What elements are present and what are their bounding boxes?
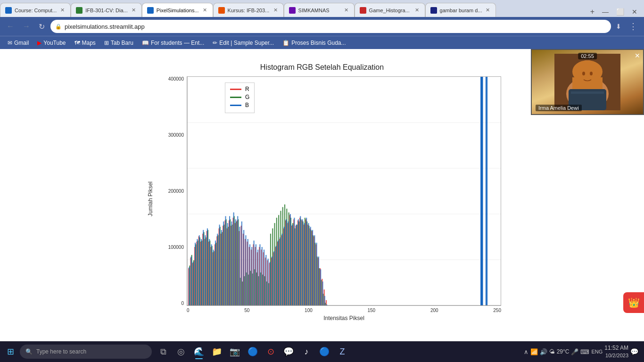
taskbar-app-explorer[interactable]: 📁 [208,343,225,360]
taskbar-right: ∧ 📶 🔊 🌤 29°C 🎤 ⌨ ENG 11:52 AM 10/2/2023 … [524,344,642,359]
bookmark-forstudents[interactable]: 📖 For students — Ent... [138,39,208,47]
tab-close-3[interactable]: ✕ [202,6,208,14]
taskbar-app-camera[interactable]: 📷 [226,343,243,360]
legend-label-g: G [245,94,249,100]
taskbar-app-cortana[interactable]: ◎ [173,343,190,360]
bookmark-gmail[interactable]: ✉ Gmail [4,39,33,47]
notification-icon[interactable]: 💬 [630,348,638,355]
tab-close-4[interactable]: ✕ [272,6,279,14]
webcam-close-button[interactable]: ✕ [635,52,640,59]
reload-button[interactable]: ↻ [36,20,48,33]
svg-rect-146 [195,243,196,305]
cortana-icon: ◎ [177,346,185,357]
svg-rect-165 [233,213,234,305]
minimize-button[interactable]: — [599,7,611,16]
svg-rect-223 [571,91,604,94]
tab-simkamnas[interactable]: SIMKAMNAS ✕ [284,3,355,17]
y-tick-400000: 400000 [156,76,184,82]
svg-rect-154 [211,244,212,305]
network-icon[interactable]: 📶 [530,348,538,355]
svg-rect-206 [316,243,317,305]
address-input[interactable]: 🔒 pixelsimulations.streamlit.app [50,20,611,33]
svg-rect-171 [245,235,246,305]
bookmark-youtube[interactable]: ▶ YouTube [33,39,69,47]
bookmark-maps[interactable]: 🗺 Maps [71,39,99,47]
bookmark-tabnew[interactable]: ⊞ Tab Baru [100,39,137,47]
restore-button[interactable]: ⬜ [613,7,627,16]
taskbar-app-chrome2[interactable]: 🔵 [316,343,333,360]
time-value: 11:52 AM [604,344,628,352]
svg-rect-203 [310,227,311,305]
svg-rect-175 [254,240,255,305]
svg-rect-180 [264,250,264,305]
taskbar-app-zadig[interactable]: Z [334,343,351,360]
taskbar-search[interactable]: 🔍 Type here to search [20,345,152,359]
svg-rect-173 [249,244,250,305]
browser-menu-button[interactable]: ⋮ [626,19,640,33]
close-button[interactable]: ✕ [629,7,640,16]
bookmark-edit[interactable]: ✏ Edit | Sample Super... [209,39,278,47]
taskbar-app-taskview[interactable]: ⧉ [155,343,172,360]
forward-button[interactable]: → [20,20,33,33]
speaker-icon[interactable]: 🔊 [540,348,547,355]
maps-icon: 🗺 [74,40,80,46]
tab-kursus[interactable]: Kursus: IFB-203... ✕ [213,3,284,17]
taskbar-app-whatsapp[interactable]: 💬 [280,343,297,360]
download-button[interactable]: ⬇ [614,21,623,32]
taskbar-app-tiktok[interactable]: ♪ [298,343,315,360]
svg-rect-209 [322,281,323,305]
svg-rect-163 [229,216,230,305]
svg-rect-174 [251,247,252,305]
tab-ifb301[interactable]: IFB-301-CV: Dia... ✕ [71,3,141,17]
chevron-up-icon[interactable]: ∧ [524,348,528,355]
svg-rect-181 [265,255,266,305]
tab-pixelsimulations[interactable]: PixelSimulations... ✕ [142,3,213,17]
x-tick-100: 100 [305,308,313,313]
edit-icon: ✏ [213,40,217,46]
keyboard-icon[interactable]: ⌨ [580,348,589,355]
tab-gambar-buram[interactable]: gambar buram d... ✕ [425,3,496,17]
legend-label-r: R [245,86,249,92]
svg-rect-189 [282,234,283,305]
bookmarks-bar: ✉ Gmail ▶ YouTube 🗺 Maps ⊞ Tab Baru 📖 Fo… [0,36,644,49]
start-button[interactable]: ⊞ [2,343,19,360]
bookmark-proses[interactable]: 📋 Proses Bisnis Guda... [279,39,349,47]
legend-label-b: B [245,102,249,108]
svg-rect-157 [217,234,218,305]
time-display[interactable]: 11:52 AM 10/2/2023 [604,344,628,359]
svg-rect-160 [223,222,224,305]
taskbar-app-chrome[interactable]: 🔵 [244,343,261,360]
tabnew-icon: ⊞ [104,40,109,46]
bookmark-youtube-label: YouTube [43,40,66,46]
tab-title-3: PixelSimulations... [157,8,199,13]
mic-icon[interactable]: 🎤 [571,348,578,355]
svg-rect-164 [231,222,232,305]
crown-button[interactable]: 👑 [623,292,644,313]
tab-game-histogram[interactable]: Game_Histogra... ✕ [355,3,425,17]
search-icon: 🔍 [25,348,33,355]
svg-rect-204 [312,230,313,305]
explorer-icon: 📁 [212,346,222,357]
svg-rect-202 [308,223,309,305]
y-axis-label: Jumlah Piksel [143,76,156,321]
svg-rect-158 [219,225,220,305]
svg-rect-143 [189,267,190,305]
camera-icon: 📷 [230,346,240,357]
tab-close-7[interactable]: ✕ [485,6,491,14]
tab-close-5[interactable]: ✕ [343,6,349,14]
svg-rect-166 [235,219,236,305]
chart-main: 400000 300000 200000 100000 0 [156,76,501,321]
plot-area: R G B [187,76,501,306]
svg-rect-172 [248,239,248,305]
chart-inner: Jumlah Piksel 400000 300000 200000 10000… [143,76,501,321]
tab-close-6[interactable]: ✕ [414,6,420,14]
tab-close-1[interactable]: ✕ [59,6,66,14]
bookmark-gmail-label: Gmail [14,40,29,46]
svg-rect-152 [207,228,208,305]
tab-close-2[interactable]: ✕ [131,6,137,14]
new-tab-button[interactable]: + [587,7,597,17]
taskbar-app-edge[interactable]: 🌊 [190,343,207,360]
back-button[interactable]: ← [4,20,17,33]
taskbar-app-opera[interactable]: ⊙ [262,343,279,360]
tab-course[interactable]: Course: Comput... ✕ [0,3,71,17]
